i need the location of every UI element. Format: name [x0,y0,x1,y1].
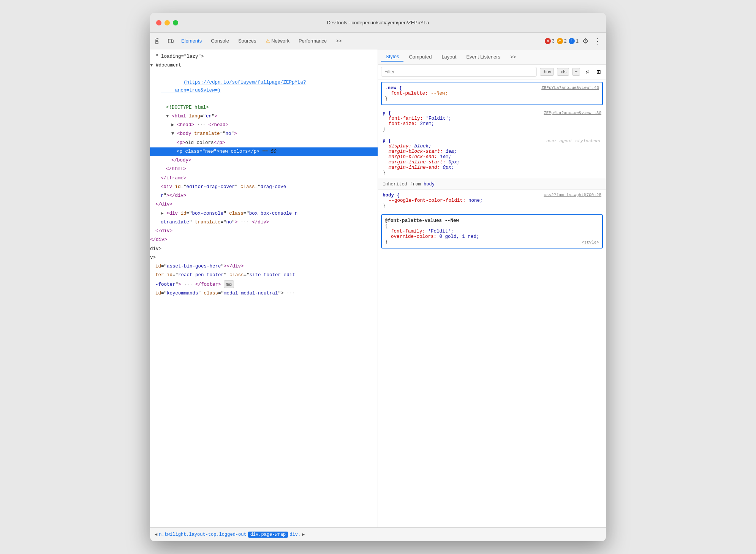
dom-line: v> [150,253,378,262]
close-button[interactable] [156,20,161,25]
css-rule-at: @font-palette-values --New { font-family… [381,214,603,249]
warning-badge: ⚠ 2 [557,38,567,44]
css-rule-new: .new { ZEPpYLa?ano…ue&view=:40 font-pale… [381,82,603,105]
dom-line[interactable]: ▼ #document [150,61,378,70]
dom-line: div> [150,245,378,253]
main-content: " loading="lazy"> ▼ #document (https://c… [150,49,606,527]
svg-rect-2 [168,39,171,43]
dom-line: <!DOCTYPE html> [150,103,378,112]
info-icon: ! [569,38,575,44]
css-source[interactable]: ZEPpYLa?ano…ue&view=:40 [541,85,599,90]
breadcrumb-next[interactable]: ▶ [302,532,305,537]
dom-line-link[interactable]: (https://cdpn.io/sofiayem/fullpage/ZEPpY… [150,70,378,103]
dom-line: </html> [150,165,378,174]
breadcrumb-current[interactable]: div.page-wrap [248,532,288,538]
breadcrumb-prev[interactable]: ◀ [155,532,157,537]
svg-rect-3 [172,40,173,43]
dom-line: ter id="react-pen-footer" class="site-fo… [150,271,378,280]
css-open-brace: { [385,223,479,229]
error-icon: ✕ [545,38,551,44]
device-toggle-icon[interactable] [165,36,176,46]
hover-state-button[interactable]: :hov [540,68,554,76]
svg-rect-1 [156,41,158,44]
dom-panel[interactable]: " loading="lazy"> ▼ #document (https://c… [150,49,378,527]
tab-console[interactable]: Console [207,36,233,45]
dom-line: </iframe> [150,174,378,183]
dom-line[interactable]: ▼ <body translate="no"> [150,130,378,138]
css-property: margin-inline-start: 0px; [383,160,601,165]
layout-icon[interactable]: ⊞ [595,68,603,76]
dom-line: </div> [150,236,378,244]
dom-line[interactable]: ▶ <div id="box-console" class="box box-c… [150,209,378,218]
minimize-button[interactable] [164,20,170,25]
styles-toolbar: :hov .cls + ⎘ ⊞ [378,65,606,79]
css-source[interactable]: css2?family…wght@700:25 [544,193,601,197]
css-close: } [385,96,599,101]
error-badge: ✕ 3 [545,38,555,44]
add-style-button[interactable]: + [572,68,580,76]
cls-state-button[interactable]: .cls [557,68,569,76]
tab-event-listeners[interactable]: Event Listeners [462,52,505,61]
css-close: } [383,127,601,132]
tab-styles[interactable]: Styles [381,52,403,62]
copy-icon[interactable]: ⎘ [583,68,592,76]
css-source[interactable]: ZEPpYLa?ano…ue&view=:30 [544,111,601,115]
svg-rect-0 [156,38,158,41]
css-source-ua: user agent stylesheet [546,138,601,143]
tab-styles-more[interactable]: >> [506,52,520,61]
dom-line[interactable]: ▶ <head> ··· </head> [150,121,378,130]
warning-count: 2 [564,38,567,44]
maximize-button[interactable] [173,20,178,25]
tab-elements[interactable]: Elements [177,36,206,45]
css-property: font-size: 2rem; [383,121,601,127]
info-badge: ! 1 [569,38,579,44]
devtools-toolbar: Elements Console Sources ⚠ Network Perfo… [150,33,606,49]
css-rule-p: p { ZEPpYLa?ano…ue&view=:30 font-family:… [378,108,606,135]
badge-group: ✕ 3 ⚠ 2 ! 1 [545,38,579,44]
breadcrumb-item-1[interactable]: n.twilight.layout-top.logged-out [159,532,246,537]
breadcrumb-item-3[interactable]: div. [289,532,301,537]
dom-line: id="asset-bin-goes-here"></div> [150,262,378,271]
dom-line: otranslate" translate="no"> ··· </div> [150,218,378,227]
tab-more[interactable]: >> [332,36,345,45]
css-property: margin-block-end: 1em; [383,154,601,160]
tab-computed[interactable]: Computed [404,52,436,61]
inherited-label: Inherited from body [378,179,606,190]
css-rule-p-ua: p { user agent stylesheet display: block… [378,135,606,179]
css-property: override-colors: 0 gold, 1 red; [385,234,479,239]
dom-line-selected[interactable]: <p class="new">new colors</p> == $0 [150,147,378,156]
devtools-window: DevTools - codepen.io/sofiayem/pen/ZEPpY… [150,13,606,541]
css-close: } [385,239,479,245]
dom-line: " loading="lazy"> [150,52,378,61]
dom-line: <p>old colors</p> [150,139,378,147]
css-close: } [383,170,601,176]
tab-performance[interactable]: Performance [295,36,331,45]
styles-content[interactable]: .new { ZEPpYLa?ano…ue&view=:40 font-pale… [378,79,606,527]
tab-sources[interactable]: Sources [234,36,260,45]
css-property: font-palette: --New; [385,91,599,96]
css-property: font-family: 'Foldit'; [383,116,601,121]
dom-line[interactable]: ▼ <html lang="en"> [150,112,378,121]
error-count: 3 [552,38,555,44]
css-property: margin-inline-end: 0px; [383,165,601,170]
css-source-style[interactable]: <style> [582,240,599,245]
settings-icon[interactable]: ⚙ [580,36,591,46]
inspect-icon[interactable] [153,36,164,46]
dom-line: -footer"> ··· </footer> flex [150,280,378,289]
dom-line: </div> [150,200,378,209]
warning-icon: ⚠ [557,38,563,44]
filter-input[interactable] [381,67,537,77]
styles-panel: Styles Computed Layout Event Listeners >… [378,49,606,527]
styles-tabs: Styles Computed Layout Event Listeners >… [378,49,606,65]
tab-layout[interactable]: Layout [437,52,461,61]
more-options-icon[interactable]: ⋮ [592,36,603,46]
css-property: --google-font-color-foldit: none; [383,198,601,203]
css-selector: p { [383,111,391,116]
inherited-from: body [424,181,435,187]
tab-network[interactable]: ⚠ Network [262,36,293,45]
css-rule-body: body { css2?family…wght@700:25 --google-… [378,190,606,212]
css-selector: .new { [385,85,402,91]
traffic-lights [156,20,178,25]
css-property: font-family: 'Foldit'; [385,229,479,234]
info-count: 1 [576,38,579,44]
